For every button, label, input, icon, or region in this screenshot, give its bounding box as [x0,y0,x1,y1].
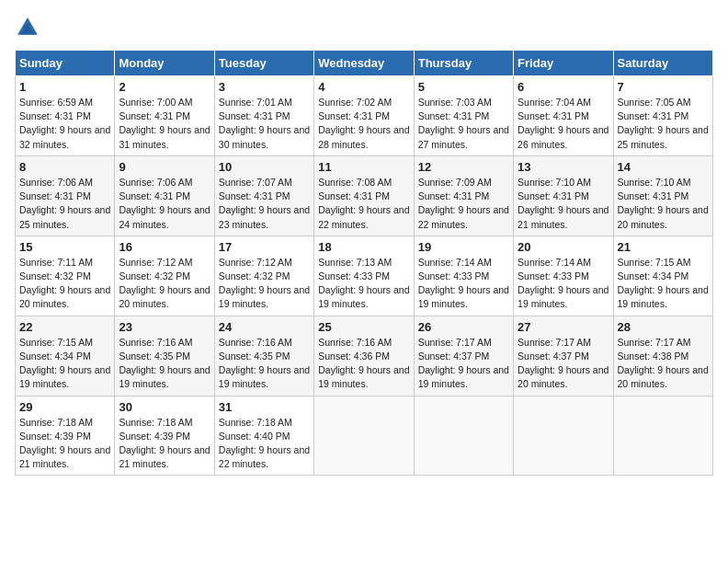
day-number: 31 [219,400,310,414]
cell-content: Sunrise: 7:02 AMSunset: 4:31 PMDaylight:… [318,96,409,152]
calendar-cell: 1Sunrise: 6:59 AMSunset: 4:31 PMDaylight… [16,76,115,156]
cell-content: Sunrise: 7:18 AMSunset: 4:39 PMDaylight:… [119,416,210,472]
cell-content: Sunrise: 7:08 AMSunset: 4:31 PMDaylight:… [318,176,409,232]
day-number: 16 [119,240,210,254]
day-number: 25 [318,320,409,334]
logo-icon [15,15,40,40]
cell-content: Sunrise: 7:17 AMSunset: 4:37 PMDaylight:… [418,336,509,392]
day-number: 21 [618,240,709,254]
calendar-week-1: 1Sunrise: 6:59 AMSunset: 4:31 PMDaylight… [16,76,713,156]
day-number: 8 [19,160,110,174]
calendar-cell: 16Sunrise: 7:12 AMSunset: 4:32 PMDayligh… [115,236,214,316]
calendar-cell: 22Sunrise: 7:15 AMSunset: 4:34 PMDayligh… [16,316,115,396]
day-number: 19 [418,240,509,254]
day-number: 27 [518,320,609,334]
header-tuesday: Tuesday [214,51,313,76]
calendar-week-4: 22Sunrise: 7:15 AMSunset: 4:34 PMDayligh… [16,316,713,396]
calendar-cell: 20Sunrise: 7:14 AMSunset: 4:33 PMDayligh… [514,236,613,316]
logo [15,15,44,40]
calendar-cell: 19Sunrise: 7:14 AMSunset: 4:33 PMDayligh… [414,236,513,316]
calendar-cell: 21Sunrise: 7:15 AMSunset: 4:34 PMDayligh… [613,236,712,316]
day-number: 5 [418,80,509,94]
calendar-cell: 11Sunrise: 7:08 AMSunset: 4:31 PMDayligh… [314,155,414,236]
calendar-week-5: 29Sunrise: 7:18 AMSunset: 4:39 PMDayligh… [16,396,713,476]
calendar-cell: 8Sunrise: 7:06 AMSunset: 4:31 PMDaylight… [16,155,115,236]
day-number: 14 [618,160,709,174]
cell-content: Sunrise: 7:11 AMSunset: 4:32 PMDaylight:… [19,256,110,312]
calendar-cell [314,396,414,476]
cell-content: Sunrise: 7:06 AMSunset: 4:31 PMDaylight:… [119,176,210,232]
calendar-cell: 28Sunrise: 7:17 AMSunset: 4:38 PMDayligh… [613,316,712,396]
cell-content: Sunrise: 7:10 AMSunset: 4:31 PMDaylight:… [518,176,609,232]
calendar-cell: 12Sunrise: 7:09 AMSunset: 4:31 PMDayligh… [414,155,513,236]
cell-content: Sunrise: 7:01 AMSunset: 4:31 PMDaylight:… [219,96,310,152]
calendar-cell: 29Sunrise: 7:18 AMSunset: 4:39 PMDayligh… [16,396,115,476]
calendar-cell: 4Sunrise: 7:02 AMSunset: 4:31 PMDaylight… [314,76,414,156]
header-wednesday: Wednesday [314,51,414,76]
cell-content: Sunrise: 7:14 AMSunset: 4:33 PMDaylight:… [418,256,509,312]
calendar-cell: 27Sunrise: 7:17 AMSunset: 4:37 PMDayligh… [514,316,613,396]
calendar-cell: 9Sunrise: 7:06 AMSunset: 4:31 PMDaylight… [115,155,214,236]
day-number: 22 [19,320,110,334]
header-thursday: Thursday [414,51,513,76]
header [15,15,713,40]
calendar-week-3: 15Sunrise: 7:11 AMSunset: 4:32 PMDayligh… [16,236,713,316]
calendar-cell: 13Sunrise: 7:10 AMSunset: 4:31 PMDayligh… [514,155,613,236]
cell-content: Sunrise: 7:07 AMSunset: 4:31 PMDaylight:… [219,176,310,232]
cell-content: Sunrise: 7:10 AMSunset: 4:31 PMDaylight:… [618,176,709,232]
day-number: 3 [219,80,310,94]
calendar-cell: 14Sunrise: 7:10 AMSunset: 4:31 PMDayligh… [613,155,712,236]
calendar-cell: 23Sunrise: 7:16 AMSunset: 4:35 PMDayligh… [115,316,214,396]
calendar-cell: 5Sunrise: 7:03 AMSunset: 4:31 PMDaylight… [414,76,513,156]
day-number: 18 [318,240,409,254]
calendar-cell: 7Sunrise: 7:05 AMSunset: 4:31 PMDaylight… [613,76,712,156]
day-number: 6 [518,80,609,94]
cell-content: Sunrise: 7:18 AMSunset: 4:39 PMDaylight:… [19,416,110,472]
calendar-cell: 17Sunrise: 7:12 AMSunset: 4:32 PMDayligh… [214,236,313,316]
day-number: 30 [119,400,210,414]
calendar-table: SundayMondayTuesdayWednesdayThursdayFrid… [15,50,713,476]
cell-content: Sunrise: 7:18 AMSunset: 4:40 PMDaylight:… [219,416,310,472]
cell-content: Sunrise: 7:16 AMSunset: 4:35 PMDaylight:… [219,336,310,392]
calendar-week-2: 8Sunrise: 7:06 AMSunset: 4:31 PMDaylight… [16,155,713,236]
cell-content: Sunrise: 7:04 AMSunset: 4:31 PMDaylight:… [518,96,609,152]
day-number: 23 [119,320,210,334]
day-number: 26 [418,320,509,334]
day-number: 7 [618,80,709,94]
day-number: 29 [19,400,110,414]
day-number: 11 [318,160,409,174]
day-number: 13 [518,160,609,174]
day-number: 10 [219,160,310,174]
cell-content: Sunrise: 7:03 AMSunset: 4:31 PMDaylight:… [418,96,509,152]
day-number: 4 [318,80,409,94]
cell-content: Sunrise: 7:12 AMSunset: 4:32 PMDaylight:… [119,256,210,312]
calendar-cell: 3Sunrise: 7:01 AMSunset: 4:31 PMDaylight… [214,76,313,156]
cell-content: Sunrise: 7:05 AMSunset: 4:31 PMDaylight:… [618,96,709,152]
calendar-cell: 30Sunrise: 7:18 AMSunset: 4:39 PMDayligh… [115,396,214,476]
cell-content: Sunrise: 7:17 AMSunset: 4:37 PMDaylight:… [518,336,609,392]
day-number: 9 [119,160,210,174]
calendar-cell: 18Sunrise: 7:13 AMSunset: 4:33 PMDayligh… [314,236,414,316]
calendar-cell: 6Sunrise: 7:04 AMSunset: 4:31 PMDaylight… [514,76,613,156]
cell-content: Sunrise: 7:09 AMSunset: 4:31 PMDaylight:… [418,176,509,232]
calendar-cell: 24Sunrise: 7:16 AMSunset: 4:35 PMDayligh… [214,316,313,396]
calendar-header-row: SundayMondayTuesdayWednesdayThursdayFrid… [16,51,713,76]
calendar-cell [613,396,712,476]
cell-content: Sunrise: 7:00 AMSunset: 4:31 PMDaylight:… [119,96,210,152]
day-number: 28 [618,320,709,334]
day-number: 12 [418,160,509,174]
cell-content: Sunrise: 7:14 AMSunset: 4:33 PMDaylight:… [518,256,609,312]
cell-content: Sunrise: 6:59 AMSunset: 4:31 PMDaylight:… [19,96,110,152]
cell-content: Sunrise: 7:12 AMSunset: 4:32 PMDaylight:… [219,256,310,312]
day-number: 15 [19,240,110,254]
header-friday: Friday [514,51,613,76]
cell-content: Sunrise: 7:13 AMSunset: 4:33 PMDaylight:… [318,256,409,312]
calendar-cell: 2Sunrise: 7:00 AMSunset: 4:31 PMDaylight… [115,76,214,156]
header-sunday: Sunday [16,51,115,76]
day-number: 2 [119,80,210,94]
cell-content: Sunrise: 7:16 AMSunset: 4:36 PMDaylight:… [318,336,409,392]
header-saturday: Saturday [613,51,712,76]
day-number: 17 [219,240,310,254]
calendar-cell: 15Sunrise: 7:11 AMSunset: 4:32 PMDayligh… [16,236,115,316]
calendar-cell [414,396,513,476]
